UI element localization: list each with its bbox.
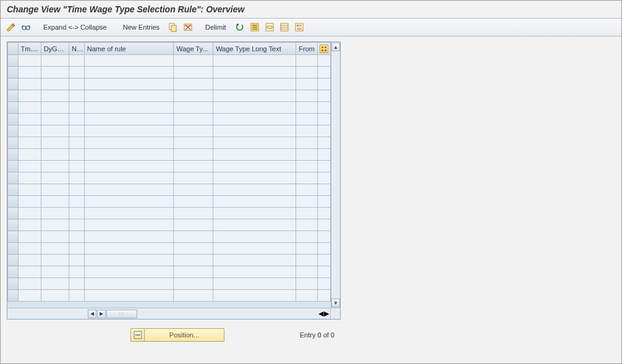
select-block-button[interactable]	[263, 21, 276, 33]
grid-cell[interactable]	[41, 219, 69, 231]
col-header-no[interactable]: No.	[69, 43, 85, 55]
grid-cell[interactable]	[213, 149, 296, 161]
grid-cell[interactable]	[213, 278, 296, 290]
table-row[interactable]	[8, 55, 331, 67]
grid-cell[interactable]	[174, 255, 213, 266]
table-row[interactable]	[8, 90, 331, 102]
deselect-all-button[interactable]	[278, 21, 291, 33]
grid-cell[interactable]	[84, 278, 173, 290]
grid-cell[interactable]	[296, 102, 318, 114]
select-all-button[interactable]	[248, 21, 262, 33]
scroll-thumb[interactable]: :::	[106, 310, 137, 318]
table-row[interactable]	[8, 266, 331, 278]
grid-cell[interactable]	[84, 243, 173, 255]
row-selector[interactable]	[8, 114, 19, 125]
grid-cell[interactable]	[18, 67, 41, 78]
grid-cell[interactable]	[84, 67, 173, 78]
grid-cell[interactable]	[69, 266, 85, 278]
row-selector[interactable]	[8, 266, 19, 278]
table-row[interactable]	[8, 184, 331, 196]
grid-cell[interactable]	[213, 55, 296, 67]
grid-cell[interactable]	[69, 243, 85, 255]
grid-cell[interactable]	[41, 231, 69, 243]
grid-cell[interactable]	[41, 114, 69, 125]
grid-cell[interactable]	[174, 55, 213, 67]
grid-cell[interactable]	[296, 67, 318, 78]
grid-cell[interactable]	[296, 78, 318, 90]
grid-cell[interactable]	[18, 219, 41, 231]
grid-cell[interactable]	[84, 149, 173, 161]
copy-as-button[interactable]	[166, 21, 180, 33]
grid-cell[interactable]	[41, 290, 69, 302]
row-selector[interactable]	[8, 55, 19, 67]
grid-cell[interactable]	[18, 266, 41, 278]
grid-cell[interactable]	[213, 243, 296, 255]
scroll-up-button[interactable]: ▲	[331, 43, 340, 51]
grid-cell[interactable]	[84, 137, 173, 149]
grid-cell[interactable]	[41, 208, 69, 219]
row-selector[interactable]	[8, 208, 19, 219]
grid-cell[interactable]	[296, 208, 318, 219]
grid-cell[interactable]	[41, 125, 69, 137]
table-row[interactable]	[8, 243, 331, 255]
grid-cell[interactable]	[174, 219, 213, 231]
scroll-left-button[interactable]: ◀	[88, 310, 96, 318]
grid-cell[interactable]	[41, 149, 69, 161]
grid-cell[interactable]	[18, 184, 41, 196]
table-row[interactable]	[8, 208, 331, 219]
grid-cell[interactable]	[41, 161, 69, 172]
grid-cell[interactable]	[69, 196, 85, 208]
grid-cell[interactable]	[41, 78, 69, 90]
delete-button[interactable]	[181, 21, 195, 33]
table-row[interactable]	[8, 231, 331, 243]
grid-cell[interactable]	[213, 102, 296, 114]
grid-cell[interactable]	[69, 78, 85, 90]
table-row[interactable]	[8, 290, 331, 302]
row-selector[interactable]	[8, 172, 19, 184]
grid-cell[interactable]	[84, 196, 173, 208]
grid-cell[interactable]	[69, 55, 85, 67]
grid-cell[interactable]	[174, 67, 213, 78]
table-row[interactable]	[8, 219, 331, 231]
col-header-wty[interactable]: Wage Ty...	[174, 43, 213, 55]
horizontal-scrollbar[interactable]: ◀ ▶ ::: ◀ ▶	[7, 308, 340, 319]
grid-cell[interactable]	[213, 184, 296, 196]
grid-cell[interactable]	[296, 266, 318, 278]
vertical-scrollbar[interactable]: ▲ ▼	[331, 42, 340, 308]
row-selector[interactable]	[8, 149, 19, 161]
grid-cell[interactable]	[213, 231, 296, 243]
grid-cell[interactable]	[18, 255, 41, 266]
row-selector[interactable]	[8, 278, 19, 290]
grid-cell[interactable]	[213, 90, 296, 102]
grid-cell[interactable]	[84, 55, 173, 67]
table-row[interactable]	[8, 78, 331, 90]
row-selector[interactable]	[8, 137, 19, 149]
print-button[interactable]	[292, 21, 306, 33]
row-selector[interactable]	[8, 255, 19, 266]
grid-cell[interactable]	[296, 161, 318, 172]
scroll-left-end-button[interactable]: ◀	[318, 310, 323, 318]
row-selector[interactable]	[8, 90, 19, 102]
scroll-track[interactable]	[331, 52, 340, 298]
grid-table[interactable]: Tm.... DyGrpg No. Name of rule Wage Ty..…	[7, 42, 331, 302]
grid-cell[interactable]	[41, 172, 69, 184]
table-row[interactable]	[8, 114, 331, 125]
grid-cell[interactable]	[18, 78, 41, 90]
grid-cell[interactable]	[84, 255, 173, 266]
grid-cell[interactable]	[174, 161, 213, 172]
grid-cell[interactable]	[213, 219, 296, 231]
grid-cell[interactable]	[84, 114, 173, 125]
grid-cell[interactable]	[296, 243, 318, 255]
grid-cell[interactable]	[213, 67, 296, 78]
grid-cell[interactable]	[296, 196, 318, 208]
grid-cell[interactable]	[213, 137, 296, 149]
grid-cell[interactable]	[174, 184, 213, 196]
grid-cell[interactable]	[296, 278, 318, 290]
row-selector[interactable]	[8, 243, 19, 255]
grid-cell[interactable]	[84, 161, 173, 172]
grid-cell[interactable]	[69, 219, 85, 231]
grid-cell[interactable]	[41, 243, 69, 255]
grid-cell[interactable]	[174, 149, 213, 161]
row-selector[interactable]	[8, 231, 19, 243]
grid-cell[interactable]	[41, 137, 69, 149]
